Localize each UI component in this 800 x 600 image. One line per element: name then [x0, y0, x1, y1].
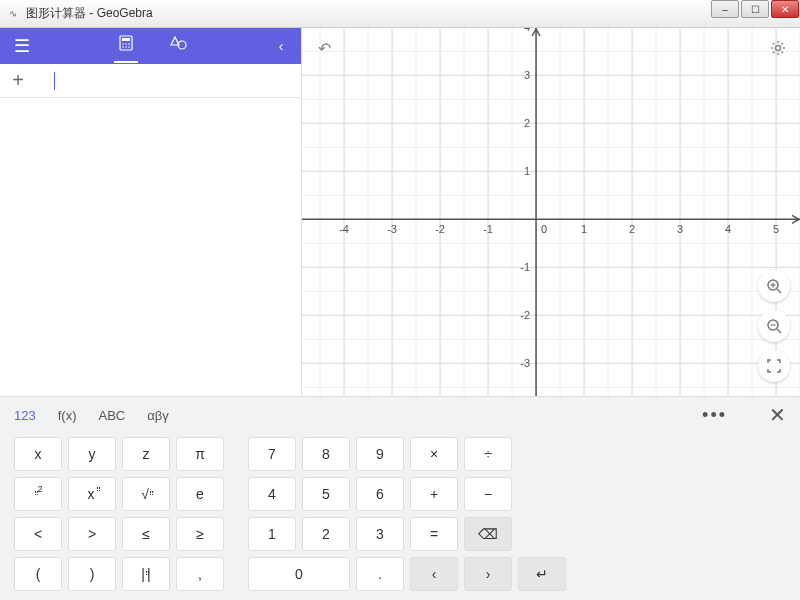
key-e[interactable]: e [176, 477, 224, 511]
key-3[interactable]: 3 [356, 517, 404, 551]
kb-tab-greek[interactable]: αβγ [147, 408, 169, 423]
key-5[interactable]: 5 [302, 477, 350, 511]
svg-point-10 [776, 46, 781, 51]
key-left[interactable]: ‹ [410, 557, 458, 591]
key-−[interactable]: − [464, 477, 512, 511]
key-0[interactable]: 0 [248, 557, 350, 591]
key-π[interactable]: π [176, 437, 224, 471]
key-enter[interactable]: ↵ [518, 557, 566, 591]
gear-icon [769, 39, 787, 57]
key-<[interactable]: < [14, 517, 62, 551]
window-titlebar: ∿ 图形计算器 - GeoGebra – ☐ ✕ [0, 0, 800, 28]
collapse-sidebar-button[interactable]: ‹ [269, 38, 293, 54]
window-minimize-button[interactable]: – [711, 0, 739, 18]
tab-shapes[interactable] [166, 29, 192, 63]
svg-point-6 [125, 46, 127, 48]
svg-point-4 [128, 43, 130, 45]
graph-canvas[interactable] [302, 28, 800, 396]
svg-point-7 [128, 46, 130, 48]
add-expression-button[interactable]: + [0, 69, 36, 92]
key-power[interactable]: x⠿ [68, 477, 116, 511]
svg-line-16 [777, 329, 781, 333]
undo-button[interactable]: ↶ [310, 34, 338, 62]
key-)[interactable]: ) [68, 557, 116, 591]
svg-rect-1 [122, 38, 130, 41]
key-z[interactable]: z [122, 437, 170, 471]
zoom-out-icon [766, 318, 782, 334]
expression-input-row[interactable]: + [0, 64, 301, 98]
tab-calculator[interactable] [114, 29, 138, 63]
algebra-sidebar: ☰ ‹ + [0, 28, 302, 396]
key-right[interactable]: › [464, 557, 512, 591]
svg-line-12 [777, 289, 781, 293]
key-([interactable]: ( [14, 557, 62, 591]
window-maximize-button[interactable]: ☐ [741, 0, 769, 18]
window-close-button[interactable]: ✕ [771, 0, 799, 18]
shapes-icon [170, 35, 188, 51]
key-6[interactable]: 6 [356, 477, 404, 511]
key-4[interactable]: 4 [248, 477, 296, 511]
input-cursor [54, 72, 55, 90]
sidebar-toolbar: ☰ ‹ [0, 28, 301, 64]
key-2[interactable]: 2 [302, 517, 350, 551]
key-7[interactable]: 7 [248, 437, 296, 471]
key-abs[interactable]: |⠿| [122, 557, 170, 591]
settings-button[interactable] [764, 34, 792, 62]
fullscreen-button[interactable] [758, 350, 790, 382]
window-title: 图形计算器 - GeoGebra [26, 5, 153, 22]
app-icon: ∿ [6, 7, 20, 21]
kb-tab-abc[interactable]: ABC [98, 408, 125, 423]
fullscreen-icon [767, 359, 781, 373]
zoom-in-icon [766, 278, 782, 294]
svg-point-3 [125, 43, 127, 45]
key-sqrt[interactable]: √⠿ [122, 477, 170, 511]
kb-close-button[interactable]: ✕ [769, 403, 786, 427]
key->[interactable]: > [68, 517, 116, 551]
key-1[interactable]: 1 [248, 517, 296, 551]
zoom-out-button[interactable] [758, 310, 790, 342]
expression-list [0, 98, 301, 396]
key-.[interactable]: . [356, 557, 404, 591]
key-÷[interactable]: ÷ [464, 437, 512, 471]
svg-point-2 [122, 43, 124, 45]
zoom-in-button[interactable] [758, 270, 790, 302]
kb-tab-123[interactable]: 123 [14, 408, 36, 423]
key-x[interactable]: x [14, 437, 62, 471]
key-×[interactable]: × [410, 437, 458, 471]
key-≤[interactable]: ≤ [122, 517, 170, 551]
svg-point-5 [122, 46, 124, 48]
kb-more-button[interactable]: ••• [702, 405, 727, 426]
calculator-icon [118, 35, 134, 51]
key-+[interactable]: + [410, 477, 458, 511]
kb-tab-fx[interactable]: f(x) [58, 408, 77, 423]
key-y[interactable]: y [68, 437, 116, 471]
key-≥[interactable]: ≥ [176, 517, 224, 551]
key-9[interactable]: 9 [356, 437, 404, 471]
graph-view[interactable]: ↶ [302, 28, 800, 396]
keyboard-tabs: 123 f(x) ABC αβγ ••• ✕ [0, 397, 800, 433]
key-,[interactable]: , [176, 557, 224, 591]
menu-button[interactable]: ☰ [8, 35, 36, 57]
key-8[interactable]: 8 [302, 437, 350, 471]
virtual-keyboard: 123 f(x) ABC αβγ ••• ✕ xyzπ789×÷⠿2x⠿√⠿e4… [0, 396, 800, 600]
key-backspace[interactable]: ⌫ [464, 517, 512, 551]
key-=[interactable]: = [410, 517, 458, 551]
key-square[interactable]: ⠿2 [14, 477, 62, 511]
